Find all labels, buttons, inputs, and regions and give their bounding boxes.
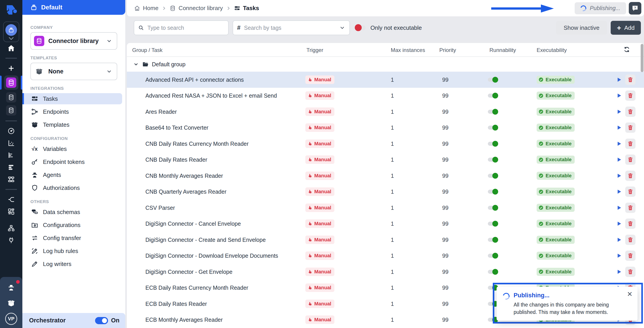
table-row[interactable]: DigiSign Connector - Cancel EnvelopeManu… bbox=[127, 216, 644, 232]
runnability-toggle[interactable] bbox=[488, 222, 497, 226]
home-icon[interactable] bbox=[4, 42, 18, 54]
delete-task-button[interactable] bbox=[625, 75, 636, 85]
sidebar-item-endpoints[interactable]: Endpoints bbox=[22, 106, 122, 117]
delete-task-button[interactable] bbox=[625, 186, 636, 197]
delete-task-button[interactable] bbox=[625, 154, 636, 165]
template-select[interactable]: None bbox=[30, 63, 117, 80]
help-chat-button[interactable]: ? bbox=[629, 2, 641, 15]
table-row[interactable]: CNB Quarterly Averages ReaderManual199Ex… bbox=[127, 184, 644, 200]
add-icon[interactable] bbox=[4, 62, 18, 74]
table-row[interactable]: DigiSign Connector - Create and Send Env… bbox=[127, 232, 644, 248]
delete-task-button[interactable] bbox=[625, 267, 636, 277]
user-avatar[interactable]: VP bbox=[5, 313, 17, 325]
run-task-button[interactable] bbox=[616, 220, 622, 227]
toast-close-button[interactable]: ✕ bbox=[627, 290, 632, 298]
table-row[interactable]: Advanced Rest API + connector actionsMan… bbox=[127, 72, 644, 88]
delete-task-button[interactable] bbox=[625, 91, 636, 101]
delete-task-button[interactable] bbox=[625, 139, 636, 149]
sidebar-item-agents[interactable]: Agents bbox=[22, 169, 122, 180]
rail-item-connector-library-active[interactable] bbox=[0, 75, 22, 90]
runnability-toggle[interactable] bbox=[488, 94, 497, 98]
refresh-icon[interactable] bbox=[624, 46, 630, 53]
sidebar-item-variables[interactable]: √xVariables bbox=[22, 143, 122, 154]
dashboard-tiles-icon[interactable] bbox=[4, 206, 18, 218]
sidebar-item-log-hub-rules[interactable]: Log hub rules bbox=[22, 245, 122, 257]
table-row[interactable]: CNB Daily Rates ReaderManual199Executabl… bbox=[127, 152, 644, 168]
runnability-toggle[interactable] bbox=[488, 78, 497, 82]
run-task-button[interactable] bbox=[616, 188, 622, 195]
scatter-chart-icon[interactable] bbox=[4, 137, 18, 149]
split-flow-icon[interactable] bbox=[4, 193, 18, 206]
rail-item-database-3[interactable] bbox=[6, 105, 16, 116]
search-input[interactable] bbox=[148, 25, 224, 31]
sidebar-item-config-transfer[interactable]: Config transfer bbox=[22, 232, 122, 244]
run-task-button[interactable] bbox=[616, 93, 622, 99]
chevron-down-icon[interactable] bbox=[133, 61, 139, 67]
runnability-toggle[interactable] bbox=[488, 270, 497, 274]
scrollbar-thumb[interactable] bbox=[641, 44, 644, 72]
app-logo-icon[interactable] bbox=[5, 4, 18, 17]
table-row[interactable]: Base64 to Text ConverterManual199Executa… bbox=[127, 120, 644, 136]
run-task-button[interactable] bbox=[616, 141, 622, 147]
runnability-toggle[interactable] bbox=[488, 126, 497, 130]
table-row[interactable]: DigiSign Connector - Download Envelope D… bbox=[127, 248, 644, 264]
sidebar-item-configurations[interactable]: Configurations bbox=[22, 219, 122, 231]
sidebar-item-data-schemas[interactable]: Data schemas bbox=[22, 206, 122, 218]
table-row[interactable]: Advanced Rest NASA + JSON to Excel + ema… bbox=[127, 88, 644, 104]
publishing-status-button[interactable]: Publishing... bbox=[575, 2, 626, 14]
table-row[interactable]: CNB Monthly Averages ReaderManual199Exec… bbox=[127, 168, 644, 184]
show-inactive-button[interactable]: Show inactive bbox=[556, 21, 607, 35]
breadcrumb-item-connector-library[interactable]: Connector library bbox=[170, 5, 223, 12]
dashboard-gauge-icon[interactable] bbox=[4, 125, 18, 137]
workspace-header[interactable]: Default bbox=[22, 0, 125, 15]
templates-box-icon[interactable] bbox=[4, 297, 18, 309]
delete-task-button[interactable] bbox=[625, 171, 636, 181]
only-not-executable-toggle[interactable] bbox=[355, 25, 366, 30]
delete-task-button[interactable] bbox=[625, 235, 636, 245]
add-button[interactable]: + Add bbox=[611, 21, 641, 35]
agent-status-icon[interactable] bbox=[4, 281, 18, 293]
company-select[interactable]: Connector library bbox=[30, 32, 117, 50]
table-row[interactable]: CNB Daily Rates Currency Month ReaderMan… bbox=[127, 136, 644, 152]
plug-icon[interactable] bbox=[4, 234, 18, 246]
modules-icon[interactable] bbox=[4, 173, 18, 185]
orchestrator-toggle[interactable] bbox=[95, 317, 108, 324]
run-task-button[interactable] bbox=[616, 157, 622, 163]
table-row[interactable]: CSV ParserManual199Executable bbox=[127, 200, 644, 216]
run-task-button[interactable] bbox=[616, 252, 622, 259]
run-task-button[interactable] bbox=[616, 77, 622, 83]
table-row[interactable]: Ares ReaderManual199Executable bbox=[127, 104, 644, 120]
sidebar-item-tasks[interactable]: Tasks bbox=[22, 93, 122, 104]
delete-task-button[interactable] bbox=[625, 250, 636, 261]
delete-task-button[interactable] bbox=[625, 218, 636, 229]
sidebar-item-endpoint-tokens[interactable]: Endpoint tokens bbox=[22, 156, 122, 167]
delete-task-button[interactable] bbox=[625, 122, 636, 133]
runnability-toggle[interactable] bbox=[488, 206, 497, 210]
breadcrumb-item-home[interactable]: Home bbox=[134, 5, 158, 12]
runnability-toggle[interactable] bbox=[488, 174, 497, 178]
tags-filter-select[interactable]: # Search by tags bbox=[233, 20, 350, 35]
sidebar-item-templates[interactable]: Templates bbox=[22, 119, 122, 130]
sidebar-item-log-writers[interactable]: Log writers bbox=[22, 258, 122, 269]
delete-task-button[interactable] bbox=[625, 107, 636, 117]
run-task-button[interactable] bbox=[616, 205, 622, 211]
runnability-toggle[interactable] bbox=[488, 254, 497, 258]
rail-item-database-2[interactable] bbox=[6, 92, 16, 103]
run-task-button[interactable] bbox=[616, 269, 622, 275]
bar-chart-icon[interactable] bbox=[4, 149, 18, 161]
run-task-button[interactable] bbox=[616, 173, 622, 179]
log-rows-icon[interactable] bbox=[4, 161, 18, 173]
run-task-button[interactable] bbox=[616, 125, 622, 131]
runnability-toggle[interactable] bbox=[488, 238, 497, 242]
sidebar-item-authorizations[interactable]: Authorizations bbox=[22, 182, 122, 193]
run-task-button[interactable] bbox=[616, 237, 622, 243]
company-switcher[interactable] bbox=[3, 22, 19, 42]
run-task-button[interactable] bbox=[616, 109, 622, 115]
table-row[interactable]: DigiSign Connector - Get EnvelopeManual1… bbox=[127, 264, 644, 280]
group-row-default-group[interactable]: Default group bbox=[127, 57, 644, 72]
delete-task-button[interactable] bbox=[625, 203, 636, 213]
network-tree-icon[interactable] bbox=[4, 222, 18, 234]
runnability-toggle[interactable] bbox=[488, 142, 497, 146]
runnability-toggle[interactable] bbox=[488, 190, 497, 194]
runnability-toggle[interactable] bbox=[488, 158, 497, 162]
